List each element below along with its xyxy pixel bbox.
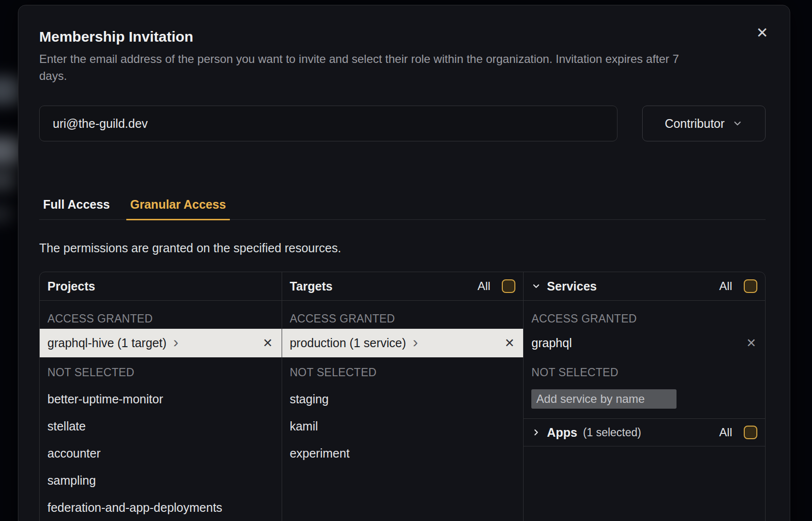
access-granted-label: ACCESS GRANTED: [290, 308, 516, 329]
apps-all-checkbox[interactable]: [744, 426, 757, 439]
project-item[interactable]: sampling: [40, 467, 282, 494]
resources-table: Projects ACCESS GRANTED graphql-hive (1 …: [39, 272, 766, 521]
apps-label: Apps: [547, 426, 577, 440]
chevron-right-icon: ›: [413, 342, 418, 345]
permissions-note: The permissions are granted on the speci…: [39, 241, 766, 255]
access-granted-label: ACCESS GRANTED: [47, 308, 274, 329]
tab-granular-access[interactable]: Granular Access: [126, 198, 230, 220]
granted-target-label: production (1 service): [290, 336, 406, 350]
add-service-input[interactable]: [531, 389, 677, 409]
email-input[interactable]: [39, 106, 617, 141]
modal-description-line1: Enter the email address of the person yo…: [39, 50, 766, 67]
project-item[interactable]: better-uptime-monitor: [40, 385, 282, 413]
projects-list: better-uptime-monitor stellate accounter…: [40, 385, 282, 521]
backdrop-blur-blob: [0, 206, 14, 222]
services-column: Services All ACCESS GRANTED graphql ✕ NO…: [523, 272, 765, 521]
granted-project-label: graphql-hive (1 target): [47, 336, 166, 350]
role-select[interactable]: Contributor: [642, 106, 766, 141]
membership-invitation-modal: ✕ Membership Invitation Enter the email …: [18, 5, 790, 521]
target-item[interactable]: staging: [282, 385, 524, 413]
apps-toggle-row[interactable]: Apps (1 selected) All: [524, 419, 765, 446]
target-item[interactable]: experiment: [282, 440, 524, 467]
granted-service-row[interactable]: graphql ✕: [524, 329, 765, 357]
apps-all-label: All: [719, 426, 732, 439]
role-select-value: Contributor: [665, 117, 725, 131]
targets-all-label: All: [478, 279, 491, 293]
granted-service-label: graphql: [531, 336, 571, 350]
target-item[interactable]: kamil: [282, 413, 524, 440]
targets-column: Targets All ACCESS GRANTED production (1…: [282, 272, 524, 521]
remove-service-button[interactable]: ✕: [746, 336, 756, 350]
projects-column: Projects ACCESS GRANTED graphql-hive (1 …: [40, 272, 282, 521]
chevron-down-icon: [732, 118, 743, 129]
access-tabs: Full Access Granular Access: [39, 198, 766, 220]
services-all-checkbox[interactable]: [744, 279, 757, 293]
not-selected-label: NOT SELECTED: [47, 362, 274, 383]
access-granted-label: ACCESS GRANTED: [531, 308, 757, 329]
chevron-right-icon: [531, 428, 541, 437]
remove-target-button[interactable]: ✕: [504, 336, 514, 350]
modal-description: Enter the email address of the person yo…: [39, 50, 766, 84]
apps-count: (1 selected): [583, 426, 641, 439]
targets-all-checkbox[interactable]: [502, 279, 515, 293]
chevron-down-icon: [531, 281, 541, 291]
backdrop-blur-blob: [0, 169, 17, 191]
services-column-header[interactable]: Services All: [524, 272, 765, 301]
tab-full-access[interactable]: Full Access: [39, 198, 114, 219]
remove-project-button[interactable]: ✕: [263, 336, 273, 350]
modal-description-line2: days.: [39, 67, 766, 84]
targets-header-label: Targets: [290, 279, 332, 293]
not-selected-label: NOT SELECTED: [531, 362, 757, 383]
projects-header-label: Projects: [47, 279, 95, 293]
targets-column-header: Targets All: [282, 272, 524, 301]
close-button[interactable]: ✕: [754, 25, 770, 41]
granted-target-row[interactable]: production (1 service) › ✕: [282, 329, 524, 357]
page-backdrop: { "modal": { "title": "Membership Invita…: [0, 0, 812, 521]
close-icon: ✕: [756, 26, 768, 40]
not-selected-label: NOT SELECTED: [290, 362, 516, 383]
project-item[interactable]: stellate: [40, 413, 282, 440]
granted-project-row[interactable]: graphql-hive (1 target) › ✕: [40, 329, 282, 357]
services-all-label: All: [719, 279, 732, 293]
projects-column-header: Projects: [40, 272, 282, 301]
invite-form-row: Contributor: [39, 106, 766, 141]
project-item[interactable]: federation-and-app-deployments: [40, 494, 282, 521]
chevron-right-icon: ›: [173, 342, 179, 345]
targets-list: staging kamil experiment: [282, 385, 524, 467]
project-item[interactable]: accounter: [40, 440, 282, 467]
modal-title: Membership Invitation: [39, 29, 766, 45]
services-header-label: Services: [547, 279, 597, 293]
